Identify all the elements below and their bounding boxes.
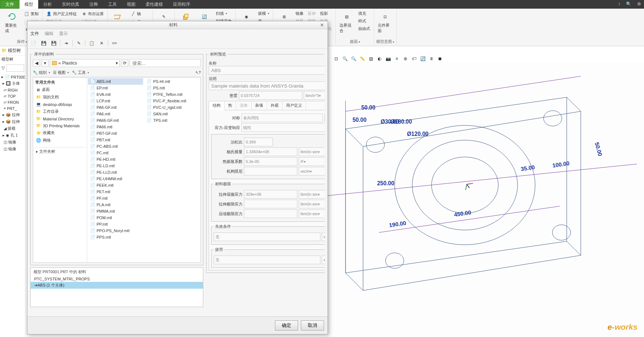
dialog-menu-show[interactable]: 显示	[59, 31, 68, 37]
tree-item[interactable]: ⌖ PRT_	[1, 105, 25, 111]
tab-appearance[interactable]: 外观	[267, 101, 283, 110]
file-item[interactable]: 📄EP.mtl	[88, 85, 143, 91]
model-tree-tab[interactable]: 📁 模型树	[1, 48, 24, 54]
path-input[interactable]: «Plastics ▾	[50, 59, 120, 67]
dialog-menu-edit[interactable]: 编辑	[45, 31, 53, 37]
tab-fluid[interactable]: 流体	[236, 101, 252, 110]
file-item[interactable]: 📄ABS.mtl	[88, 78, 143, 85]
file-item[interactable]: 📄POM.mtl	[88, 214, 143, 221]
tree-item[interactable]: ◢ 拔模	[1, 125, 25, 132]
edit-button[interactable]: ✎	[75, 39, 83, 47]
save-material-button[interactable]: 💾	[40, 39, 48, 47]
file-item[interactable]: 📄PA66-GF.mtl	[88, 117, 143, 124]
surface-group-label[interactable]: 曲面	[338, 38, 372, 44]
mat-item-abs[interactable]: ➔ABS (1 个主体)	[31, 282, 203, 289]
poisson-input[interactable]	[244, 138, 273, 146]
menu-model-tab[interactable]: 模型	[19, 0, 38, 9]
dialog-titlebar[interactable]: 材料 ✕	[27, 21, 328, 29]
copy-mat-button[interactable]: 📋	[88, 39, 96, 47]
density-input[interactable]	[239, 91, 302, 100]
help-pointer-icon[interactable]: ↖?	[195, 70, 201, 75]
menu-simulate-tab[interactable]: 实时仿真	[57, 0, 84, 9]
mirror-button[interactable]: 镜像	[294, 10, 305, 17]
file-item[interactable]: 📄PC-ABS.mtl	[88, 143, 143, 150]
limit-unit[interactable]: lbm/(in sec ▾	[299, 200, 325, 208]
regenerate-button[interactable]: 重新生成	[4, 10, 21, 35]
copy-button[interactable]: 📋复制	[22, 10, 40, 17]
file-item[interactable]: 📄PA6-GF.mtl	[88, 104, 143, 111]
compress-ult-input[interactable]	[244, 209, 297, 218]
search-input[interactable]	[130, 59, 201, 67]
tree-item[interactable]: ▸ ◉ 孔 1	[1, 132, 25, 139]
menu-file-tab[interactable]: 文件	[0, 0, 19, 9]
search-icon[interactable]: 🔍	[623, 0, 634, 9]
dropdown-icon[interactable]: ▾	[324, 114, 325, 122]
folder-tree-toggle[interactable]: ▸ 文件夹树	[35, 147, 85, 156]
folder-computer[interactable]: 💻 desktop-d66oiqs	[35, 101, 85, 108]
file-item[interactable]: 📄PEEK.mtl	[88, 182, 143, 189]
material-desc-input[interactable]	[209, 81, 325, 90]
file-item[interactable]: 📄PC.mtl	[88, 150, 143, 156]
draft-button[interactable]: 拔模	[257, 10, 271, 17]
assign-button[interactable]: ➜	[62, 39, 70, 47]
mat-item-system[interactable]: PTC_SYSTEM_MTRL_PROPS	[31, 276, 203, 282]
tree-item[interactable]: ▱ RIGH	[1, 87, 25, 93]
stress-strain-select[interactable]	[241, 123, 325, 132]
dialog-close-button[interactable]: ✕	[318, 22, 326, 28]
file-item[interactable]: 📄PA6.mtl	[88, 111, 143, 117]
tab-misc[interactable]: 杂项	[252, 101, 267, 110]
delete-mat-button[interactable]: ✕	[98, 39, 106, 47]
tree-filter-input[interactable]	[6, 65, 24, 72]
tab-userdef[interactable]: 用户定义	[283, 101, 306, 110]
organize-dropdown[interactable]: 🔧 组织	[33, 70, 50, 75]
collapse-ribbon-icon[interactable]: ↕	[615, 0, 623, 9]
file-item[interactable]: 📄TPS.mtl	[145, 117, 200, 124]
cancel-button[interactable]: 取消	[301, 320, 324, 331]
file-item[interactable]: 📄PPO-PS_Noryl.mtl	[88, 227, 143, 234]
file-item[interactable]: 📄PMMA.mtl	[88, 208, 143, 214]
cte-input[interactable]	[244, 157, 297, 166]
file-item[interactable]: 📄LCP.mtl	[88, 98, 143, 104]
menu-analysis-tab[interactable]: 分析	[38, 0, 57, 9]
ok-button[interactable]: 确定	[275, 320, 298, 331]
file-item[interactable]: 📄PE-HD.mtl	[88, 156, 143, 163]
tree-item[interactable]: ▸ 📦 拉伸	[1, 111, 25, 118]
dialog-menu-file[interactable]: 文件	[30, 31, 39, 37]
menu-annotate-tab[interactable]: 注释	[84, 0, 103, 9]
file-item[interactable]: 📄PF.mtl	[88, 195, 143, 201]
tree-item[interactable]: ◫ 镜像	[1, 146, 25, 152]
density-unit[interactable]: lbm/in^3 ▾	[304, 91, 325, 100]
failure-select[interactable]	[214, 232, 320, 241]
tab-structure[interactable]: 结构	[209, 101, 225, 110]
freeform-button[interactable]: 自由式	[357, 25, 372, 32]
file-item[interactable]: 📄PE-LD.mtl	[88, 163, 143, 169]
axis-button[interactable]: ╱轴	[129, 10, 150, 17]
youngs-unit[interactable]: lbm/(in sec ▾	[299, 147, 325, 156]
extend-button[interactable]: 延伸	[306, 10, 317, 17]
tab-thermal[interactable]: 热	[225, 101, 236, 110]
file-item[interactable]: 📄PTFE_Teflon.mtl	[145, 91, 200, 98]
limit-unit[interactable]: lbm/(in sec ▾	[299, 190, 325, 199]
boundary-blend-button[interactable]: ▨边界混合	[338, 10, 355, 35]
tree-item[interactable]: ▸ 🔲 主体	[1, 80, 25, 87]
save-as-button[interactable]: 💾	[50, 39, 58, 47]
damping-input[interactable]	[244, 167, 297, 176]
folder-desktop[interactable]: 🖥 桌面	[35, 86, 85, 93]
folder-3dprint[interactable]: 📁 3D Printing Materials	[35, 122, 85, 129]
folder-mydocs[interactable]: 📁 我的文档	[35, 93, 85, 101]
folder-matdir[interactable]: 📁 Material Directory	[35, 115, 85, 122]
model-intent-label[interactable]: 模型意图	[376, 38, 394, 44]
file-item[interactable]: 📄PVC-U_rigid.mtl	[145, 104, 200, 111]
menu-apps-tab[interactable]: 应用程序	[168, 0, 195, 9]
file-item[interactable]: 📄PET.mtl	[88, 189, 143, 195]
file-item[interactable]: 📄PE-LLD.mtl	[88, 169, 143, 176]
glasses-button[interactable]: 👓	[110, 39, 118, 47]
tools-dropdown[interactable]: 🔧 工具	[72, 70, 89, 75]
menu-flex-tab[interactable]: 柔性建模	[141, 0, 168, 9]
file-item[interactable]: 📄PBT.mtl	[88, 137, 143, 143]
file-item[interactable]: 📄SAN.mtl	[145, 111, 200, 117]
damping-unit[interactable]: sec/in ▾	[299, 167, 325, 176]
youngs-input[interactable]	[244, 147, 297, 156]
nav-fwd-button[interactable]: ▾	[41, 59, 49, 67]
sweep-button[interactable]: 扫描	[214, 10, 233, 17]
